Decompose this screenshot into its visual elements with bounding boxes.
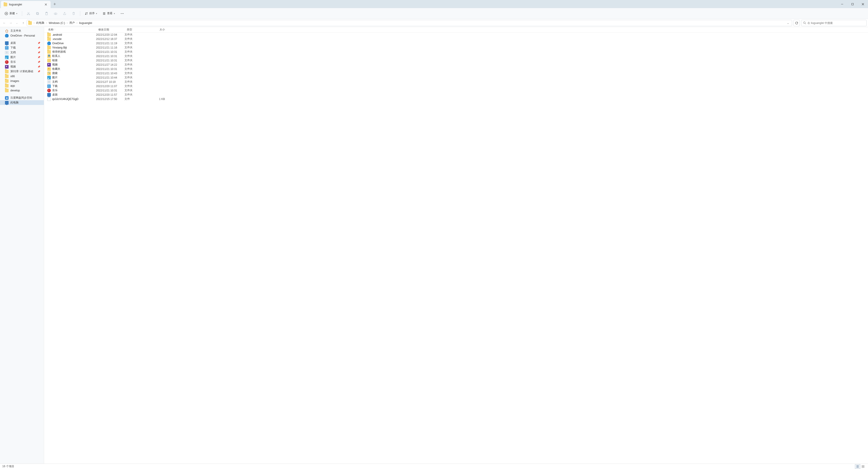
recent-button[interactable]: ⌄	[14, 20, 20, 26]
file-row[interactable]: Yinxiang Biji 2022/11/21 11:16 文件夹	[44, 45, 868, 49]
file-row[interactable]: 下载 2022/12/20 11:07 文件夹	[44, 84, 868, 88]
sidebar-item[interactable]: 桌面 📌	[0, 41, 44, 45]
sidebar-item[interactable]: app	[0, 83, 44, 88]
file-row[interactable]: 联系人 2022/11/21 10:31 文件夹	[44, 54, 868, 58]
sidebar-item-label: 主文件夹	[10, 29, 21, 33]
file-row[interactable]: 链接 2022/11/21 10:31 文件夹	[44, 58, 868, 63]
file-name: 保存的游戏	[52, 50, 66, 54]
sidebar-item[interactable]: 文档 📌	[0, 50, 44, 55]
tab-title: liuguanglei	[9, 3, 42, 6]
column-type[interactable]: 类型	[124, 28, 148, 32]
more-button[interactable]	[118, 10, 126, 17]
crumb-thispc[interactable]: 此电脑	[35, 21, 45, 25]
file-type: 文件夹	[124, 71, 148, 75]
video-icon	[5, 65, 8, 69]
file-row[interactable]: 文档 2022/12/7 10:19 文件夹	[44, 80, 868, 84]
paste-button[interactable]	[42, 10, 51, 17]
svg-rect-14	[863, 465, 864, 466]
file-name: .android	[52, 33, 62, 36]
file-date: 2022/11/21 10:31	[96, 89, 124, 92]
sidebar-home[interactable]: 主文件夹	[0, 28, 44, 33]
new-tab-button[interactable]	[51, 0, 59, 8]
file-row[interactable]: .vscode 2022/12/12 16:37 文件夹	[44, 37, 868, 41]
sidebar-thispc[interactable]: 此电脑	[0, 100, 44, 105]
sidebar-item[interactable]: 音乐 📌	[0, 60, 44, 64]
crumb-users[interactable]: 用户	[68, 21, 76, 25]
pin-icon: 📌	[37, 70, 40, 73]
back-button[interactable]: ←	[1, 20, 7, 26]
svg-rect-0	[851, 3, 853, 5]
file-row[interactable]: 视频 2022/11/27 14:22 文件夹	[44, 63, 868, 67]
share-button[interactable]	[61, 10, 69, 17]
svg-rect-13	[862, 465, 863, 466]
sidebar-item[interactable]: 图片 📌	[0, 55, 44, 60]
file-row[interactable]: 搜索 2022/11/21 10:43 文件夹	[44, 71, 868, 75]
column-name[interactable]: 名称 ˄	[44, 28, 96, 32]
new-button[interactable]: 新建 ▾	[2, 10, 20, 17]
address-history-button[interactable]: ⌄	[785, 22, 790, 25]
folder-icon	[47, 46, 51, 49]
file-row[interactable]: 保存的游戏 2022/11/21 10:31 文件夹	[44, 49, 868, 54]
address-box[interactable]: › 此电脑 › Windows (C:) › 用户 › liuguanglei …	[27, 20, 792, 26]
sort-button[interactable]: 排序 ▾	[83, 10, 99, 17]
search-input[interactable]	[807, 22, 865, 25]
svg-point-11	[123, 13, 124, 13]
folder-icon	[4, 3, 7, 6]
statusbar: 16 个项目	[0, 464, 868, 469]
sidebar-baidu[interactable]: ◆ 百度网盘同步空间	[0, 96, 44, 100]
copy-button[interactable]	[33, 10, 41, 17]
video-icon	[47, 63, 51, 67]
maximize-button[interactable]	[847, 0, 858, 8]
titlebar: liuguanglei	[0, 0, 868, 8]
file-row[interactable]: OneDrive 2022/11/21 11:19 文件夹	[44, 41, 868, 45]
crumb-drive[interactable]: Windows (C:)	[48, 21, 66, 25]
view-details-button[interactable]	[855, 464, 860, 469]
sidebar-item-label: 下载	[10, 46, 16, 49]
sidebar-item-label: 桌面	[10, 41, 16, 45]
file-row[interactable]: .android 2022/12/20 12:04 文件夹	[44, 33, 868, 37]
active-tab[interactable]: liuguanglei	[1, 1, 51, 8]
star-icon	[47, 67, 51, 71]
sidebar-item[interactable]: 第01章 计算机基础 📌	[0, 69, 44, 74]
tab-close-button[interactable]	[44, 2, 48, 6]
file-row[interactable]: 桌面 2022/12/20 11:57 文件夹	[44, 93, 868, 97]
file-name: 桌面	[52, 93, 58, 97]
file-size: 1 KB	[148, 98, 167, 101]
view-label: 查看	[107, 11, 113, 15]
file-row[interactable]: 图片 2022/11/21 10:44 文件夹	[44, 75, 868, 80]
file-type: 文件夹	[124, 33, 148, 37]
delete-button[interactable]	[70, 10, 78, 17]
file-date: 2022/12/20 11:57	[96, 93, 124, 96]
file-row[interactable]: 音乐 2022/11/21 10:31 文件夹	[44, 88, 868, 93]
file-date: 2022/12/20 12:04	[96, 33, 124, 36]
sidebar-item[interactable]: develop	[0, 88, 44, 93]
sidebar-item[interactable]: images	[0, 78, 44, 83]
file-row[interactable]: 收藏夹 2022/11/21 10:31 文件夹	[44, 67, 868, 71]
file-row[interactable]: qs3JcVU4hJQE7GgD 2022/12/15 17:50 文件 1 K…	[44, 97, 868, 101]
sidebar-item[interactable]: 视频 📌	[0, 64, 44, 69]
crumb-current[interactable]: liuguanglei	[78, 21, 93, 25]
file-icon	[47, 97, 51, 101]
refresh-button[interactable]	[794, 20, 800, 26]
sidebar-item[interactable]: x86	[0, 74, 44, 78]
link-icon	[47, 59, 51, 62]
forward-button[interactable]: →	[8, 20, 13, 26]
column-size[interactable]: 大小	[148, 28, 167, 32]
doc-icon	[47, 80, 51, 84]
sidebar-item[interactable]: 下载 📌	[0, 45, 44, 50]
search-icon	[47, 72, 51, 75]
file-date: 2022/11/21 10:31	[96, 59, 124, 62]
search-box[interactable]	[801, 20, 867, 26]
up-button[interactable]: ↑	[20, 20, 26, 26]
close-button[interactable]	[858, 0, 868, 8]
view-button[interactable]: 查看 ▾	[100, 10, 117, 17]
cut-button[interactable]	[24, 10, 33, 17]
file-type: 文件夹	[124, 93, 148, 97]
rename-button[interactable]	[52, 10, 60, 17]
file-type: 文件夹	[124, 67, 148, 71]
view-large-icons-button[interactable]	[860, 464, 866, 469]
column-date[interactable]: 修改日期	[96, 28, 124, 32]
minimize-button[interactable]	[837, 0, 847, 8]
file-type: 文件夹	[124, 45, 148, 49]
sidebar-onedrive[interactable]: OneDrive - Personal	[0, 33, 44, 38]
